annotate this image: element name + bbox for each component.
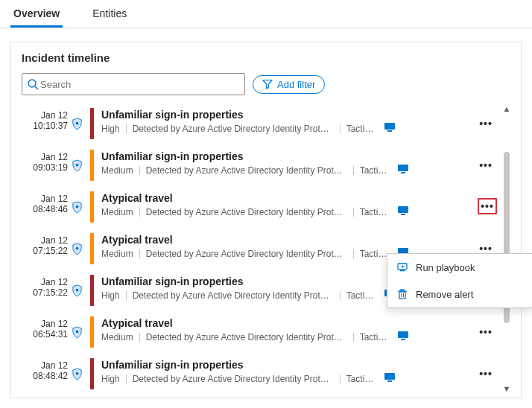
detected-by: Detected by Azure Active Directory Ident… — [146, 207, 347, 217]
svg-point-17 — [75, 330, 78, 333]
alert-meta: HighDetected by Azure Active Directory I… — [101, 372, 475, 385]
alert-meta: HighDetected by Azure Active Directory I… — [101, 122, 475, 135]
filter-icon — [262, 79, 273, 89]
svg-rect-4 — [387, 130, 392, 132]
tab-bar: Overview Entities — [0, 0, 532, 28]
shield-icon — [68, 228, 86, 270]
shield-icon — [68, 311, 86, 353]
alert-meta: MediumDetected by Azure Active Directory… — [101, 331, 475, 343]
add-filter-button[interactable]: Add filter — [253, 75, 325, 94]
alert-title: Atypical travel — [101, 192, 478, 204]
svg-rect-22 — [387, 380, 392, 382]
svg-point-5 — [75, 163, 78, 166]
toolbar: Add filter — [22, 73, 510, 95]
row-context-menu: Run playbook Remove alert — [387, 253, 532, 308]
svg-rect-9 — [398, 206, 408, 213]
row-more-button[interactable]: ••• — [475, 144, 497, 186]
menu-remove-alert[interactable]: Remove alert — [387, 281, 532, 307]
menu-run-playbook-label: Run playbook — [416, 262, 475, 273]
timeline-row[interactable]: Jan 1210:10:37Unfamiliar sign-in propert… — [22, 103, 510, 144]
detected-by: Detected by Azure Active Directory Ident… — [133, 290, 334, 301]
detected-by: Detected by Azure Active Directory Ident… — [133, 374, 334, 384]
incident-timeline-panel: Incident timeline Add filter ▲ ▼ Jan 121… — [10, 42, 522, 398]
svg-rect-18 — [398, 331, 408, 338]
menu-run-playbook[interactable]: Run playbook — [387, 254, 532, 281]
tab-entities[interactable]: Entities — [89, 0, 130, 28]
add-filter-label: Add filter — [277, 79, 315, 90]
timestamp: Jan 1206:54:31 — [22, 311, 68, 353]
severity-bar — [90, 316, 94, 348]
row-body: Unfamiliar sign-in propertiesMediumDetec… — [101, 144, 475, 186]
detected-by: Detected by Azure Active Directory Ident… — [146, 165, 347, 176]
monitor-icon — [384, 372, 396, 385]
timestamp: Jan 1207:15:22 — [22, 228, 68, 270]
svg-point-14 — [75, 288, 78, 291]
tab-overview[interactable]: Overview — [10, 0, 63, 28]
alert-title: Unfamiliar sign-in properties — [101, 150, 475, 162]
detected-by: Detected by Azure Active Directory Ident… — [146, 332, 347, 342]
severity-bar — [90, 150, 94, 181]
severity-bar — [90, 233, 94, 264]
svg-rect-21 — [384, 373, 395, 380]
severity-text: Medium — [101, 165, 133, 176]
severity-bar — [90, 191, 94, 223]
shield-icon — [68, 103, 86, 144]
tactics-label: Tactics: 1 — [360, 207, 391, 217]
shield-icon — [68, 186, 86, 228]
severity-bar — [90, 275, 94, 306]
row-more-button[interactable]: ••• — [478, 198, 497, 214]
svg-rect-28 — [401, 290, 404, 291]
row-body: Unfamiliar sign-in propertiesHighDetecte… — [101, 103, 475, 144]
severity-text: Medium — [101, 207, 133, 217]
alert-meta: MediumDetected by Azure Active Directory… — [101, 205, 478, 218]
timeline-row[interactable]: Jan 1206:54:31Atypical travelMediumDetec… — [22, 311, 510, 353]
alert-title: Atypical travel — [101, 234, 475, 246]
row-more-button[interactable]: ••• — [475, 311, 497, 353]
svg-rect-24 — [400, 270, 405, 271]
timeline-row[interactable]: Jan 1208:48:42Unfamiliar sign-in propert… — [22, 353, 510, 395]
svg-point-0 — [28, 80, 36, 87]
svg-rect-7 — [401, 172, 405, 173]
monitor-icon — [397, 205, 409, 218]
row-body: Atypical travelMediumDetected by Azure A… — [101, 311, 475, 353]
timestamp: Jan 1209:03:19 — [22, 144, 68, 186]
tactics-label: Tactics: 1 — [360, 165, 391, 176]
detected-by: Detected by Azure Active Directory Ident… — [133, 124, 334, 134]
severity-bar — [90, 108, 94, 139]
svg-rect-6 — [398, 165, 408, 171]
svg-point-2 — [75, 121, 78, 124]
shield-icon — [68, 270, 86, 311]
search-input[interactable] — [39, 78, 240, 91]
tactics-label: Tactics: 1 — [360, 332, 391, 342]
svg-rect-19 — [401, 339, 405, 340]
alert-title: Unfamiliar sign-in properties — [101, 359, 475, 371]
severity-text: High — [101, 124, 120, 134]
row-more-button[interactable]: ••• — [475, 353, 497, 395]
tactics-label: Tactics: 1 — [346, 290, 378, 301]
search-box[interactable] — [22, 73, 245, 95]
alert-meta: MediumDetected by Azure Active Directory… — [101, 164, 475, 176]
svg-rect-10 — [401, 214, 405, 215]
menu-remove-alert-label: Remove alert — [416, 289, 473, 300]
timestamp: Jan 1208:48:42 — [22, 353, 68, 395]
alert-title: Atypical travel — [101, 317, 475, 329]
svg-point-11 — [75, 246, 78, 249]
severity-text: Medium — [101, 249, 133, 259]
timeline-list: ▲ ▼ Jan 1210:10:37Unfamiliar sign-in pro… — [22, 103, 510, 395]
shield-icon — [68, 144, 86, 186]
search-icon — [27, 78, 39, 90]
svg-rect-3 — [384, 123, 395, 130]
monitor-icon — [397, 331, 409, 343]
row-body: Unfamiliar sign-in propertiesHighDetecte… — [101, 353, 475, 395]
svg-point-8 — [75, 205, 78, 208]
severity-text: High — [101, 290, 120, 301]
shield-icon — [68, 353, 86, 395]
row-body: Atypical travelMediumDetected by Azure A… — [101, 186, 478, 228]
row-more-button[interactable]: ••• — [475, 103, 497, 144]
svg-point-20 — [75, 372, 78, 374]
timeline-row[interactable]: Jan 1208:48:46Atypical travelMediumDetec… — [22, 186, 510, 228]
timeline-row[interactable]: Jan 1209:03:19Unfamiliar sign-in propert… — [22, 144, 510, 186]
timestamp: Jan 1210:10:37 — [22, 103, 68, 144]
detected-by: Detected by Azure Active Directory Ident… — [146, 249, 347, 259]
trash-icon — [396, 288, 408, 300]
